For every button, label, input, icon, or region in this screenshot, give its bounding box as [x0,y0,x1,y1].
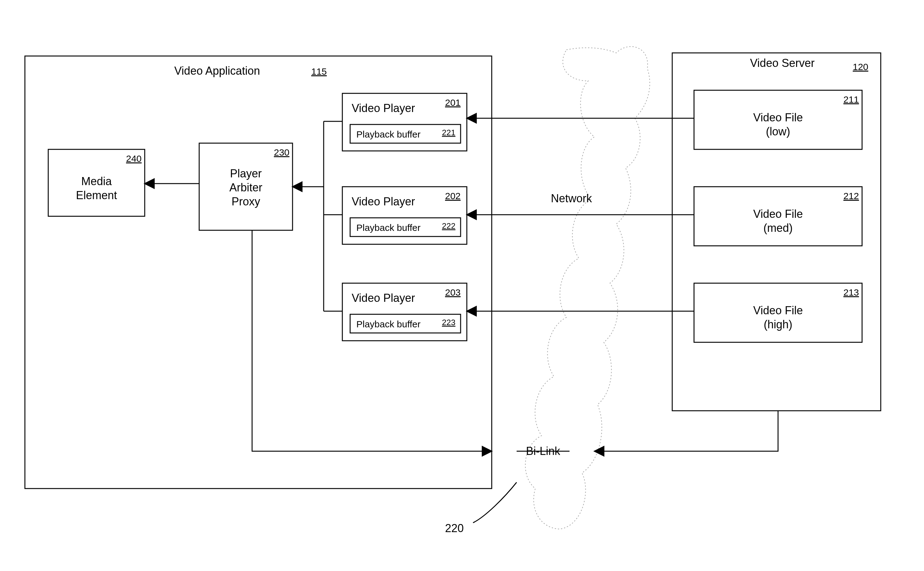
video-file-high-label-1: Video File [753,304,803,317]
player-arbiter-proxy-ref: 230 [274,147,289,157]
bilink-ref: 220 [445,522,464,535]
video-player-203-buffer-label: Playback buffer [356,319,420,329]
video-server-ref: 120 [853,62,868,72]
video-player-201-buffer-label: Playback buffer [356,129,420,139]
proxy-label-3: Proxy [231,195,260,208]
video-player-202-buffer-ref: 222 [442,221,455,231]
video-application-label: Video Application [174,65,260,77]
video-player-202-buffer-label: Playback buffer [356,222,420,233]
video-player-201-label: Video Player [352,102,415,114]
video-file-low-label-1: Video File [753,111,803,124]
video-file-high-label-2: (high) [764,318,792,331]
video-player-203-buffer-ref: 223 [442,318,455,327]
video-player-202-ref: 202 [445,191,461,201]
video-file-med: 212 Video File (med) [694,187,862,246]
bilink-label: Bi-Link [526,444,560,457]
video-application-ref: 115 [311,66,327,77]
video-player-202: Video Player 202 Playback buffer 222 [342,187,467,244]
video-file-low: 211 Video File (low) [694,90,862,150]
media-element-label-1: Media [81,175,112,188]
network-label: Network [551,192,592,205]
video-file-low-ref: 211 [844,94,859,105]
video-player-203-ref: 203 [445,287,461,298]
proxy-label-1: Player [230,167,262,180]
video-file-med-label-2: (med) [764,222,793,234]
proxy-label-2: Arbiter [229,181,262,194]
video-player-203-label: Video Player [352,292,415,304]
arrow-bilink-right [594,411,778,451]
video-file-low-label-2: (low) [766,125,790,138]
video-player-201-ref: 201 [445,97,461,108]
video-player-203: Video Player 203 Playback buffer 223 [342,283,467,341]
video-file-med-ref: 212 [844,191,859,201]
video-player-202-label: Video Player [352,195,415,208]
video-server-label: Video Server [750,57,814,69]
video-file-med-label-1: Video File [753,208,803,220]
diagram-canvas: Video Application 115 Video Server 120 N… [0,0,924,571]
video-player-201-buffer-ref: 221 [442,128,455,137]
video-file-high-ref: 213 [844,287,859,298]
video-player-201: Video Player 201 Playback buffer 221 [342,93,467,151]
media-element-label-2: Element [76,189,117,202]
media-element-ref: 240 [126,153,142,164]
video-file-high: 213 Video File (high) [694,283,862,342]
